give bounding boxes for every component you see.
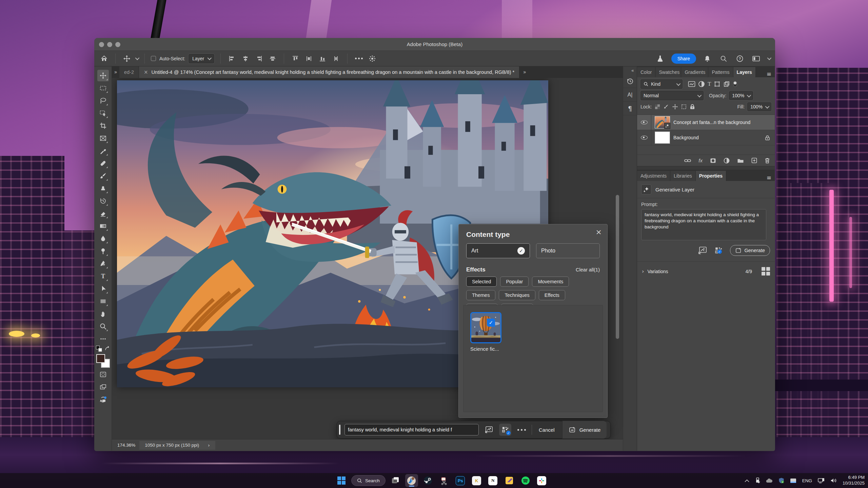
character-panel-icon[interactable]: A| <box>623 88 637 102</box>
more-actions-icon[interactable] <box>515 424 528 436</box>
tab-properties[interactable]: Properties <box>696 171 726 181</box>
align-bottom-edges-icon[interactable] <box>317 54 328 64</box>
touch-keyboard-icon[interactable] <box>790 478 796 483</box>
panel-menu-icon[interactable]: ≡ <box>763 70 775 77</box>
collapse-dock-icon[interactable]: « <box>631 66 637 75</box>
filter-adjustment-layers-icon[interactable] <box>698 81 705 87</box>
distribute-vertical-icon[interactable] <box>331 54 341 64</box>
filter-type-layers-icon[interactable]: T <box>708 81 711 87</box>
quick-mask-icon[interactable] <box>97 369 109 380</box>
taskbar-drag-handle[interactable] <box>339 425 340 435</box>
notifications-bell-icon[interactable] <box>702 54 712 64</box>
tab-swatches[interactable]: Swatches <box>655 67 681 77</box>
close-dialog-icon[interactable]: × <box>596 228 602 236</box>
chevron-down-icon[interactable] <box>767 56 772 60</box>
chip-selected[interactable]: Selected <box>466 277 497 287</box>
blend-mode-dropdown[interactable]: Normal <box>640 91 704 100</box>
taskbar-snipping-tool-icon[interactable] <box>438 474 451 487</box>
layer-lock-icon[interactable] <box>765 135 770 141</box>
title-bar[interactable]: Adobe Photoshop (Beta) <box>94 38 775 51</box>
spot-healing-brush-tool[interactable] <box>97 158 109 169</box>
eraser-tool[interactable] <box>97 208 109 219</box>
network-icon[interactable] <box>818 478 825 484</box>
history-panel-icon[interactable] <box>623 75 637 88</box>
filter-smart-objects-icon[interactable] <box>723 81 730 87</box>
align-left-edges-icon[interactable] <box>227 54 237 64</box>
path-selection-tool[interactable] <box>97 283 109 294</box>
share-button[interactable]: Share <box>671 54 696 64</box>
filter-pixel-layers-icon[interactable] <box>688 81 695 87</box>
edit-toolbar-icon[interactable] <box>97 333 109 345</box>
new-group-folder-icon[interactable] <box>737 158 744 163</box>
content-type-icon[interactable]: ✓ <box>499 424 511 436</box>
paragraph-panel-icon[interactable]: ¶ <box>623 102 637 115</box>
foreground-background-colors[interactable] <box>96 354 110 368</box>
rectangular-marquee-tool[interactable] <box>97 82 109 94</box>
move-tool-icon[interactable] <box>122 54 132 64</box>
home-icon[interactable] <box>99 54 109 64</box>
content-type-photo-button[interactable]: Photo <box>536 243 600 258</box>
taskbar-photoshop-icon[interactable]: Ps <box>454 474 467 487</box>
gradient-tool[interactable] <box>97 220 109 232</box>
new-layer-icon[interactable] <box>751 158 757 163</box>
tab-adjustments[interactable]: Adjustments <box>637 171 670 181</box>
layer-style-fx-icon[interactable]: fx <box>698 158 703 163</box>
reference-image-icon[interactable] <box>483 424 495 436</box>
tab-gradients[interactable]: Gradients <box>681 67 708 77</box>
lock-all-icon[interactable] <box>690 104 695 110</box>
tab-overflow-right-icon[interactable]: » <box>521 66 528 78</box>
taskbar-slack-icon[interactable] <box>535 474 548 487</box>
tab-layers[interactable]: Layers <box>733 67 756 77</box>
object-selection-tool[interactable] <box>97 107 109 119</box>
align-horizontal-centers-icon[interactable] <box>240 54 251 64</box>
hand-tool[interactable] <box>97 308 109 320</box>
effect-thumbnail-science-fiction[interactable]: ✓ <box>470 312 501 343</box>
document-size-box[interactable]: 1050 px x 750 px (150 ppi) › <box>139 441 215 450</box>
zoom-window-button[interactable] <box>115 42 120 47</box>
frame-tool[interactable] <box>97 133 109 144</box>
zoom-tool[interactable] <box>97 321 109 332</box>
auto-select-checkbox[interactable] <box>151 56 156 61</box>
tray-overflow-chevron-icon[interactable] <box>745 479 749 482</box>
layer-visibility-toggle[interactable] <box>637 115 651 130</box>
prompt-textarea[interactable]: fantasy world, medieval knight holding a… <box>641 209 766 240</box>
layer-thumbnail[interactable] <box>655 116 670 128</box>
rectangle-tool[interactable] <box>97 296 109 307</box>
generate-image-icon[interactable] <box>97 394 109 405</box>
document-tab-untitled4[interactable]: × Untitled-4 @ 174% (Concept art fantasy… <box>139 66 519 78</box>
tab-overflow-left-icon[interactable]: » <box>112 66 119 78</box>
clone-stamp-tool[interactable] <box>97 183 109 194</box>
align-vertical-centers-icon[interactable] <box>268 54 278 64</box>
lasso-tool[interactable] <box>97 95 109 106</box>
generative-prompt-input[interactable] <box>344 424 479 435</box>
beta-flask-icon[interactable] <box>655 54 665 64</box>
tab-color[interactable]: Color <box>637 67 655 77</box>
move-tool[interactable] <box>97 70 109 81</box>
lock-position-icon[interactable] <box>672 104 678 110</box>
lock-image-pixels-icon[interactable] <box>663 104 669 110</box>
generate-button[interactable]: Generate <box>730 245 770 256</box>
distribute-horizontal-icon[interactable] <box>304 54 314 64</box>
layer-row-generative[interactable]: Concept art fanta...n the background <box>637 115 775 130</box>
canvas-area[interactable]: × Content type Art ✓ Photo <box>112 78 623 439</box>
content-type-art-button[interactable]: Art ✓ <box>466 243 530 258</box>
add-layer-mask-icon[interactable] <box>710 158 716 163</box>
dodge-tool[interactable] <box>97 245 109 257</box>
taskbar-search[interactable]: Search <box>351 475 386 486</box>
reference-image-icon[interactable] <box>698 246 707 255</box>
content-type-icon[interactable]: ✓ <box>714 246 723 255</box>
variations-row[interactable]: › Variations 4/9 <box>637 262 775 281</box>
taskbar-notion-icon[interactable]: N <box>487 474 499 487</box>
align-top-edges-icon[interactable] <box>290 54 300 64</box>
fill-value-dropdown[interactable]: 100% <box>747 102 771 111</box>
align-right-edges-icon[interactable] <box>254 54 264 64</box>
volume-icon[interactable] <box>830 478 837 483</box>
chip-popular[interactable]: Popular <box>500 277 529 287</box>
layer-filtering-toggle[interactable] <box>733 80 737 88</box>
taskbar-sticky-notes-icon[interactable] <box>503 474 516 487</box>
workspace-switcher-icon[interactable] <box>751 54 761 64</box>
pen-tool[interactable] <box>97 258 109 269</box>
blur-tool[interactable] <box>97 233 109 244</box>
layer-name[interactable]: Concept art fanta...n the background <box>673 120 750 125</box>
security-shield-icon[interactable] <box>778 477 784 484</box>
